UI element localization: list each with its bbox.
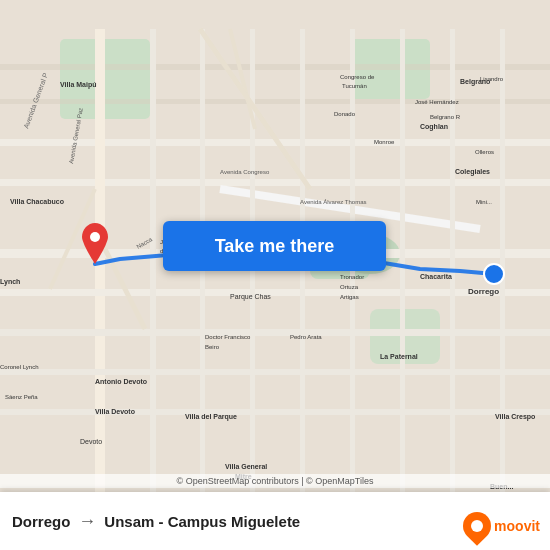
moovit-icon bbox=[457, 506, 497, 546]
svg-text:Sáenz Peña: Sáenz Peña bbox=[5, 394, 38, 400]
svg-text:Coghlan: Coghlan bbox=[420, 123, 448, 131]
svg-text:Parque Chas: Parque Chas bbox=[230, 293, 271, 301]
from-station-label: Dorrego bbox=[12, 513, 70, 530]
svg-text:Villa Crespo: Villa Crespo bbox=[495, 413, 535, 421]
copyright-notice: © OpenStreetMap contributors | © OpenMap… bbox=[0, 474, 550, 488]
svg-text:Colegiales: Colegiales bbox=[455, 168, 490, 176]
svg-text:Ortuza: Ortuza bbox=[340, 284, 359, 290]
svg-text:Belgrano R: Belgrano R bbox=[430, 114, 461, 120]
svg-text:Artigas: Artigas bbox=[340, 294, 359, 300]
copyright-text: © OpenStreetMap contributors | © OpenMap… bbox=[177, 476, 374, 486]
svg-text:Chacarita: Chacarita bbox=[420, 273, 452, 280]
svg-rect-6 bbox=[0, 64, 550, 70]
svg-text:Villa Devoto: Villa Devoto bbox=[95, 408, 135, 415]
svg-text:Villa General: Villa General bbox=[225, 463, 267, 470]
to-station-label: Unsam - Campus Miguelete bbox=[104, 513, 300, 530]
svg-text:La Paternal: La Paternal bbox=[380, 353, 418, 360]
arrow-icon: → bbox=[78, 511, 96, 532]
svg-text:Villa del Parque: Villa del Parque bbox=[185, 413, 237, 421]
svg-text:Pedro Arata: Pedro Arata bbox=[290, 334, 322, 340]
svg-text:Dorrego: Dorrego bbox=[468, 287, 499, 296]
svg-text:Avenida Álvarez Thomas: Avenida Álvarez Thomas bbox=[300, 199, 366, 205]
svg-text:Mini...: Mini... bbox=[476, 199, 492, 205]
svg-text:Doctor Francisco: Doctor Francisco bbox=[205, 334, 251, 340]
svg-text:Antonio Devoto: Antonio Devoto bbox=[95, 378, 147, 385]
app: Avenida General P Avenida Congreso Aveni… bbox=[0, 0, 550, 550]
svg-text:Lisandro: Lisandro bbox=[480, 76, 504, 82]
svg-text:Donado: Donado bbox=[334, 111, 356, 117]
svg-text:Lynch: Lynch bbox=[0, 278, 20, 286]
svg-rect-7 bbox=[0, 99, 550, 104]
svg-text:Tronador: Tronador bbox=[340, 274, 364, 280]
map-container: Avenida General P Avenida Congreso Aveni… bbox=[0, 0, 550, 550]
svg-rect-20 bbox=[300, 29, 305, 521]
svg-rect-17 bbox=[150, 29, 156, 521]
svg-rect-14 bbox=[0, 329, 550, 336]
svg-point-75 bbox=[90, 232, 100, 242]
svg-rect-22 bbox=[400, 29, 405, 521]
svg-text:Tucumán: Tucumán bbox=[342, 83, 367, 89]
svg-text:Avenida Congreso: Avenida Congreso bbox=[220, 169, 270, 175]
svg-text:Olleros: Olleros bbox=[475, 149, 494, 155]
svg-text:Coronel Lynch: Coronel Lynch bbox=[0, 364, 38, 370]
bottom-bar: Dorrego → Unsam - Campus Miguelete moovi… bbox=[0, 492, 550, 550]
map-svg: Avenida General P Avenida Congreso Aveni… bbox=[0, 0, 550, 550]
svg-rect-15 bbox=[0, 369, 550, 375]
take-me-there-button[interactable]: Take me there bbox=[163, 221, 386, 271]
svg-rect-11 bbox=[95, 29, 105, 521]
svg-point-73 bbox=[484, 264, 504, 284]
svg-text:José Hernández: José Hernández bbox=[415, 99, 459, 105]
svg-rect-18 bbox=[200, 29, 205, 521]
svg-text:Beiro: Beiro bbox=[205, 344, 220, 350]
moovit-logo: moovit bbox=[463, 512, 540, 540]
svg-text:Monroe: Monroe bbox=[374, 139, 395, 145]
svg-rect-9 bbox=[0, 179, 550, 186]
svg-rect-16 bbox=[0, 409, 550, 415]
svg-text:Devoto: Devoto bbox=[80, 438, 102, 445]
svg-text:Congreso de: Congreso de bbox=[340, 74, 375, 80]
svg-text:Villa Chacabuco: Villa Chacabuco bbox=[10, 198, 64, 205]
svg-text:Villa Maipú: Villa Maipú bbox=[60, 81, 96, 89]
moovit-brand-text: moovit bbox=[494, 518, 540, 534]
